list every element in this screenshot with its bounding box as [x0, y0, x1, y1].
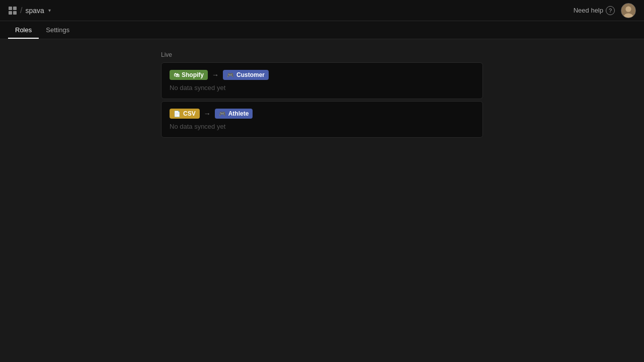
tabs-bar: Roles Settings: [0, 21, 644, 39]
topbar-right: Need help ?: [574, 3, 636, 18]
need-help-button[interactable]: Need help ?: [574, 6, 615, 15]
csv-icon: 📄: [174, 111, 181, 117]
topbar: / spava ▾ Need help ?: [0, 0, 644, 21]
need-help-label: Need help: [574, 7, 603, 14]
sync-status-shopify: No data synced yet: [170, 84, 474, 92]
help-icon: ?: [606, 6, 615, 15]
svg-point-5: [625, 6, 631, 12]
sync-row-csv: 📄 CSV → 🎮 Athlete: [170, 109, 474, 119]
sync-card-shopify-customer[interactable]: 🛍 Shopify → 🎮 Customer No data synced ye…: [161, 62, 483, 99]
source-badge-shopify: 🛍 Shopify: [170, 70, 208, 80]
svg-rect-1: [13, 7, 17, 10]
main-content: Live 🛍 Shopify → 🎮 Customer No data sync…: [0, 39, 644, 152]
section-label: Live: [161, 51, 483, 58]
sync-status-csv: No data synced yet: [170, 123, 474, 130]
tab-roles[interactable]: Roles: [8, 22, 39, 39]
workspace-name: spava: [25, 7, 44, 15]
svg-rect-2: [9, 11, 12, 15]
arrow-icon: →: [212, 71, 219, 79]
brand-logo[interactable]: / spava ▾: [8, 6, 51, 15]
topbar-left: / spava ▾: [8, 6, 51, 15]
discord-icon: 🎮: [227, 72, 234, 78]
sync-card-csv-athlete[interactable]: 📄 CSV → 🎮 Athlete No data synced yet: [161, 101, 483, 138]
live-section: Live 🛍 Shopify → 🎮 Customer No data sync…: [161, 51, 483, 140]
chevron-down-icon: ▾: [48, 8, 51, 13]
grid-icon: [8, 6, 17, 15]
source-badge-csv: 📄 CSV: [170, 109, 200, 119]
tab-settings[interactable]: Settings: [39, 22, 76, 39]
breadcrumb-slash: /: [20, 6, 22, 15]
destination-badge-customer: 🎮 Customer: [223, 70, 269, 80]
svg-rect-3: [13, 11, 17, 15]
svg-rect-0: [9, 7, 12, 10]
avatar[interactable]: [621, 3, 636, 18]
discord-icon-2: 🎮: [219, 111, 226, 117]
arrow-icon-2: →: [204, 110, 211, 118]
sync-row-shopify: 🛍 Shopify → 🎮 Customer: [170, 70, 474, 80]
shopify-icon: 🛍: [174, 72, 179, 78]
destination-badge-athlete: 🎮 Athlete: [215, 109, 253, 119]
